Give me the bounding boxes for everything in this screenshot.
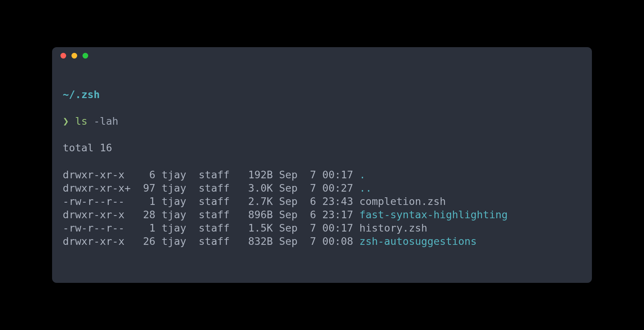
terminal-body[interactable]: ~/.zsh ❯ ls -lah total 16 drwxr-xr-x 6 t… xyxy=(52,64,592,283)
zoom-icon[interactable] xyxy=(82,53,88,59)
ls-row: -rw-r--r-- 1 tjay staff 1.5K Sep 7 00:17… xyxy=(63,221,581,235)
command-args: -lah xyxy=(94,115,118,127)
ls-row-meta: drwxr-xr-x+ 97 tjay staff 3.0K Sep 7 00:… xyxy=(63,182,359,194)
titlebar xyxy=(52,47,592,64)
file-name: completion.zsh xyxy=(359,195,446,207)
directory-name: zsh-autosuggestions xyxy=(359,235,477,247)
directory-name: . xyxy=(359,169,365,181)
ls-output: drwxr-xr-x 6 tjay staff 192B Sep 7 00:17… xyxy=(63,168,581,248)
prompt-path-line: ~/.zsh xyxy=(63,88,581,101)
close-icon[interactable] xyxy=(60,53,66,59)
ls-row: drwxr-xr-x+ 97 tjay staff 3.0K Sep 7 00:… xyxy=(63,181,581,195)
directory-name: fast-syntax-highlighting xyxy=(359,209,508,221)
command-line: ❯ ls -lah xyxy=(63,114,581,128)
directory-name: .. xyxy=(359,182,372,194)
terminal-window[interactable]: ~/.zsh ❯ ls -lah total 16 drwxr-xr-x 6 t… xyxy=(52,47,592,283)
ls-row: drwxr-xr-x 26 tjay staff 832B Sep 7 00:0… xyxy=(63,235,581,248)
ls-row-meta: -rw-r--r-- 1 tjay staff 2.7K Sep 6 23:43 xyxy=(63,195,359,207)
ls-row: -rw-r--r-- 1 tjay staff 2.7K Sep 6 23:43… xyxy=(63,195,581,208)
cwd-path: ~/.zsh xyxy=(63,89,100,100)
ls-row-meta: drwxr-xr-x 26 tjay staff 832B Sep 7 00:0… xyxy=(63,235,359,247)
output-total: total 16 xyxy=(63,141,581,154)
file-name: history.zsh xyxy=(359,222,427,234)
prompt-char: ❯ xyxy=(63,115,69,127)
ls-row: drwxr-xr-x 28 tjay staff 896B Sep 6 23:1… xyxy=(63,208,581,221)
command-name: ls xyxy=(75,115,88,127)
ls-row-meta: -rw-r--r-- 1 tjay staff 1.5K Sep 7 00:17 xyxy=(63,222,359,234)
ls-row: drwxr-xr-x 6 tjay staff 192B Sep 7 00:17… xyxy=(63,168,581,181)
ls-row-meta: drwxr-xr-x 6 tjay staff 192B Sep 7 00:17 xyxy=(63,169,359,181)
ls-row-meta: drwxr-xr-x 28 tjay staff 896B Sep 6 23:1… xyxy=(63,209,359,221)
minimize-icon[interactable] xyxy=(71,53,77,59)
